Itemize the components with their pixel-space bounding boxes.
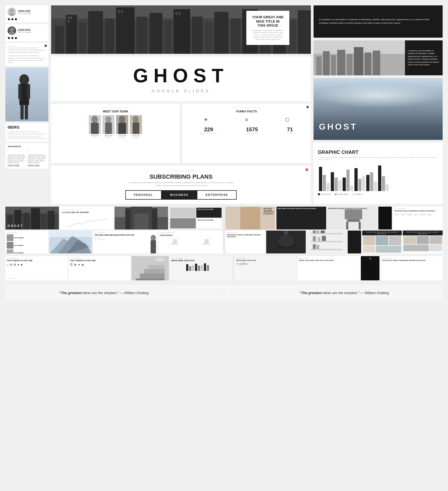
bar-light-6 bbox=[386, 184, 389, 191]
svg-point-74 bbox=[151, 235, 156, 241]
bar-light-3 bbox=[350, 186, 353, 191]
trusted-earth-content: YOU CAN WRITE TRUSTED BY GREAT COMPANIES… bbox=[225, 231, 265, 239]
ter-title: TRUSTED BY GREAT COMPANIES AROUND THE EA… bbox=[382, 260, 441, 262]
svg-rect-63 bbox=[48, 211, 55, 229]
svg-rect-97 bbox=[318, 237, 321, 241]
plan-business-btn[interactable]: BUSINESS bbox=[162, 190, 197, 200]
main-container: JOHN DOE CEO & Founder ● ● ● bbox=[0, 0, 448, 306]
logo-quaker: Quaker bbox=[406, 213, 413, 216]
bar-group-5 bbox=[366, 172, 377, 191]
bottom-center-row: YOU CAN WRITE HERE MEET OUR TEAM JOHN DO… bbox=[51, 104, 311, 163]
wt-title: WRITE HERE YOUR TITLE bbox=[171, 260, 231, 262]
welcome-title: OUR WELCOME MESSAGE FROM OUR CEO bbox=[94, 234, 156, 236]
welcome-name: MR. DOECEO & FOUNDER bbox=[94, 237, 156, 240]
fact-label-1: MESSAGES SENT bbox=[200, 133, 217, 134]
quote-right-bold: "The greatest bbox=[300, 291, 322, 295]
member-role-3: Developer bbox=[116, 136, 128, 138]
svg-rect-30 bbox=[298, 10, 311, 54]
quote-right-author: — William Golding bbox=[360, 291, 389, 295]
social-icon-4: ● bbox=[8, 37, 10, 39]
svg-rect-49 bbox=[323, 51, 330, 75]
ct1-bottom: timeline marker bbox=[6, 277, 66, 279]
bar-group-1 bbox=[319, 167, 330, 191]
write-title-content: YOU CAN WRITE WRITE HERE YOUR TITLE bbox=[170, 256, 232, 273]
profile-card-2: JOHN DOE CEO & Founder ● ● ● bbox=[5, 24, 48, 41]
mosaic-item-1 bbox=[170, 208, 196, 218]
ct1-title: OUR COMPANY IN THE TIME bbox=[7, 260, 66, 262]
value-label-3: VALUE NAME 3 bbox=[14, 252, 24, 254]
wt-label: YOU CAN WRITE bbox=[171, 257, 231, 259]
write-dark-content: WRITE HERE YOUR GREAT AND NICE TITLE IN … bbox=[278, 208, 325, 210]
svg-rect-50 bbox=[331, 55, 336, 75]
legend-dot-2 bbox=[335, 193, 337, 195]
ct1-icon-5: ★ bbox=[20, 263, 23, 267]
bar-light-2 bbox=[338, 180, 342, 191]
dark-medium-thumb bbox=[266, 231, 306, 253]
black-empty-thumb bbox=[361, 256, 379, 280]
bar-group-6 bbox=[378, 165, 389, 191]
svg-rect-75 bbox=[151, 240, 156, 253]
ct1-icon-1: ⌂ bbox=[7, 263, 9, 267]
bar-gray-2 bbox=[335, 178, 338, 191]
mosaic-item-3 bbox=[170, 218, 196, 229]
dark-box-quote-text: A company is an association or collectio… bbox=[405, 47, 443, 69]
plans-label: YOU CAN WRITE HERE bbox=[55, 170, 307, 172]
plans-section: YOU CAN WRITE HERE SUBSCRIBING PLANS A c… bbox=[51, 166, 311, 204]
svg-rect-13 bbox=[66, 15, 77, 54]
ct1-label: YOU CAN WRITE bbox=[7, 257, 66, 259]
svg-rect-24 bbox=[214, 12, 228, 54]
values-grid: VALUE NAME 2 VALUE NAME 1 VALUE NAME 3 bbox=[7, 234, 47, 253]
gallery-photo-2 bbox=[376, 236, 388, 245]
gallery-header: PHOTO GALLERY WITH OUR LATEST PROJECTS bbox=[362, 231, 402, 235]
plan-enterprise-btn[interactable]: ENTERPRISE bbox=[197, 190, 237, 200]
svg-rect-60 bbox=[23, 213, 30, 229]
gallery2-photo-5 bbox=[429, 245, 442, 251]
mosaic-item-4: YOUR TITLE GOES HERE bbox=[196, 218, 222, 229]
bar-black-3 bbox=[343, 178, 346, 191]
svg-rect-18 bbox=[136, 17, 147, 54]
logo-wash: wash bbox=[400, 213, 406, 216]
thumb-right-group: WRITE HERE YOUR GREAT AND NICE TITLE IN … bbox=[225, 207, 443, 253]
svg-point-88 bbox=[277, 235, 295, 247]
ceo-dot bbox=[45, 45, 47, 47]
facts-icons: ✈ ≡ ⬡ bbox=[186, 116, 308, 124]
svg-rect-52 bbox=[347, 54, 353, 75]
wr1-icon-2: ◎ bbox=[239, 262, 241, 265]
bar-gray-4 bbox=[358, 179, 361, 191]
plans-desc: A company is an association or collectio… bbox=[127, 181, 235, 187]
ceo-text-1: A company is an association or collectio… bbox=[8, 47, 46, 54]
company-time-2-content: YOU CAN WRITE OUR COMPANY IN THE TIME ☰ … bbox=[69, 256, 131, 268]
svg-rect-16 bbox=[105, 19, 114, 54]
svg-point-42 bbox=[119, 116, 125, 123]
member-role-1: CEO bbox=[89, 136, 101, 138]
gallery2-photo-2 bbox=[417, 236, 429, 244]
bar-gray-3 bbox=[346, 169, 350, 191]
company-time-1-content: YOU CAN WRITE OUR COMPANY IN THE TIME ⌂ … bbox=[5, 256, 67, 268]
te-number: 07 bbox=[226, 251, 264, 252]
trusted-title: TRUSTED BY bbox=[8, 145, 46, 148]
values-col-1: VALUE NAME 2 VALUE NAME 1 VALUE NAME 3 bbox=[7, 234, 47, 253]
stairs-svg bbox=[131, 256, 169, 280]
history-chart-svg bbox=[60, 218, 113, 228]
plan-personal-btn[interactable]: PERSONAL bbox=[125, 190, 162, 200]
svg-point-3 bbox=[8, 32, 16, 35]
gallery-photos bbox=[362, 235, 402, 246]
bar-gray-1 bbox=[323, 175, 326, 191]
social-icon-1: ● bbox=[8, 18, 10, 20]
history-visual bbox=[60, 218, 113, 228]
trusted-earth-right-thumb: YOU CAN WRITE TRUSTED BY GREAT COMPANIES… bbox=[381, 256, 443, 280]
goals-content: YOU CAN WRITE HERE OUR GOALS bbox=[158, 231, 223, 238]
trusted-earth-thumb: YOU CAN WRITE TRUSTED BY GREAT COMPANIES… bbox=[225, 231, 265, 253]
svg-rect-114 bbox=[204, 263, 206, 271]
fact-label-3: STARS bbox=[287, 133, 293, 134]
profile-name-1: JOHN DOE bbox=[18, 10, 31, 12]
wt-bar-svg bbox=[171, 263, 231, 271]
svg-point-0 bbox=[10, 9, 14, 13]
ceo-card: M OUR CEO A company is an association or… bbox=[5, 43, 48, 66]
shelves-svg bbox=[307, 231, 347, 253]
dark-quote-text: A company is an association or collectio… bbox=[319, 18, 437, 25]
fact-item-3: 71 STARS bbox=[287, 126, 293, 134]
berg-name: IBERG bbox=[8, 125, 46, 129]
svg-rect-58 bbox=[7, 216, 13, 229]
chair-svg bbox=[327, 207, 377, 229]
